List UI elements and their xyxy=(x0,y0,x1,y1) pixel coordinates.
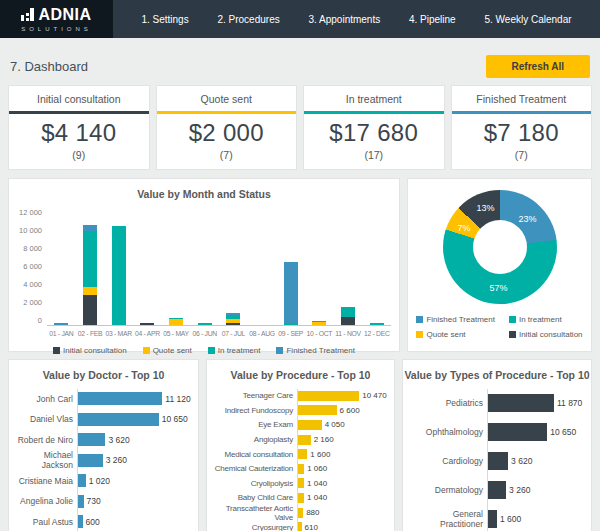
bar-column xyxy=(104,208,133,325)
row-value-label: 6 600 xyxy=(337,406,360,415)
kpi-accent-bar xyxy=(157,111,297,114)
row-track: 600 xyxy=(77,512,192,531)
row-label: Baby Child Care xyxy=(213,493,297,502)
row-value-label: 1 600 xyxy=(497,514,521,524)
legend-swatch xyxy=(143,347,150,354)
doctor-chart-title: Value by Doctor - Top 10 xyxy=(9,360,198,381)
bar-segment xyxy=(112,226,126,324)
refresh-all-button[interactable]: Refresh All xyxy=(486,55,590,78)
row-label: Michael Jackson xyxy=(15,450,77,470)
chart-row: Michael Jackson3 260 xyxy=(15,450,192,471)
donut-legend: Finished TreatmentIn treatmentQuote sent… xyxy=(408,315,591,339)
bar-column xyxy=(47,208,76,325)
donut-percent-label: 13% xyxy=(477,203,495,213)
x-axis-label: 02 - FEB xyxy=(76,326,105,337)
nav-item-appointments[interactable]: 3. Appointments xyxy=(308,14,380,25)
x-axis-label: 09 - SEP xyxy=(276,326,305,337)
top-navbar: ADNIA SOLUTIONS 1. Settings 2. Procedure… xyxy=(0,0,600,38)
chart-row: Ophthalmology10 650 xyxy=(409,418,585,447)
row-value-label: 880 xyxy=(303,508,319,517)
nav-item-settings[interactable]: 1. Settings xyxy=(141,14,188,25)
row-bar xyxy=(78,474,86,487)
row-track: 3 260 xyxy=(77,450,192,471)
legend-item: Initial consultation xyxy=(509,330,583,339)
row-bar xyxy=(488,481,506,499)
donut-percent-label: 23% xyxy=(519,214,537,224)
monthly-y-axis: 12 00010 0008 0006 0004 0002 0000 xyxy=(17,208,47,326)
kpi-row: Initial consultation $4 140 (9) Quote se… xyxy=(0,85,600,170)
bar-column xyxy=(219,208,248,325)
value-by-procedure-panel: Value by Procedure - Top 10 Teenager Car… xyxy=(206,359,395,531)
bar-column xyxy=(334,208,363,325)
kpi-card-finished-treatment: Finished Treatment $7 180 (7) xyxy=(451,85,593,170)
row-track: 4 050 xyxy=(297,418,388,433)
row-label: Eye Exam xyxy=(213,420,297,429)
kpi-count: (7) xyxy=(157,149,297,161)
row-value-label: 1 600 xyxy=(307,450,330,459)
kpi-count: (7) xyxy=(452,149,592,161)
chart-row: Robert de Niro3 620 xyxy=(15,430,192,451)
bar-segment xyxy=(198,323,212,325)
chart-row: General Practitioner1 600 xyxy=(409,505,585,531)
row-value-label: 2 160 xyxy=(311,435,334,444)
nav-item-weekly-calendar[interactable]: 5. Weekly Calendar xyxy=(484,14,571,25)
nav-item-pipeline[interactable]: 4. Pipeline xyxy=(409,14,456,25)
nav-item-procedures[interactable]: 2. Procedures xyxy=(217,14,279,25)
monthly-bars-plot xyxy=(47,208,391,326)
row-value-label: 1 040 xyxy=(304,493,327,502)
y-tick-label: 10 000 xyxy=(17,226,42,235)
nav-menu: 1. Settings 2. Procedures 3. Appointment… xyxy=(113,0,600,38)
legend-swatch xyxy=(416,331,423,338)
row-track: 3 260 xyxy=(487,476,585,505)
row-value-label: 610 xyxy=(302,523,318,531)
x-axis-label: 01 - JAN xyxy=(47,326,76,337)
bar-segment xyxy=(169,319,183,324)
bar-column xyxy=(276,208,305,325)
row-bar xyxy=(488,394,554,412)
chart-row: Angelina Jolie730 xyxy=(15,491,192,512)
row-label: Paul Astus xyxy=(15,517,77,527)
row-bar xyxy=(78,392,162,405)
donut-percent-label: 7% xyxy=(458,223,471,233)
monthly-legend: Initial consultationQuote sentIn treatme… xyxy=(9,346,399,355)
x-axis-label: 03 - MAR xyxy=(104,326,133,337)
chart-row: Transcatheter Aortic Valve880 xyxy=(213,505,388,520)
x-axis-label: 10 - OCT xyxy=(305,326,334,337)
row-label: Teenager Care xyxy=(213,391,297,400)
legend-item: Initial consultation xyxy=(53,346,127,355)
page-title: 7. Dashboard xyxy=(10,59,88,74)
bar-segment xyxy=(312,322,326,325)
row-label: Robert de Niro xyxy=(15,435,77,445)
row-track: 3 620 xyxy=(77,430,192,451)
kpi-card-in-treatment: In treatment $17 680 (17) xyxy=(303,85,445,170)
bottom-charts-row: Value by Doctor - Top 10 Jonh Carl11 120… xyxy=(0,352,600,531)
row-bar xyxy=(78,413,159,426)
bar-segment xyxy=(83,231,97,287)
x-axis-label: 11 - NOV xyxy=(334,326,363,337)
value-by-doctor-panel: Value by Doctor - Top 10 Jonh Carl11 120… xyxy=(8,359,199,531)
legend-swatch xyxy=(276,347,283,354)
row-value-label: 3 620 xyxy=(508,456,532,466)
legend-item: Finished Treatment xyxy=(416,315,494,324)
types-chart: Pediatrics11 870Ophthalmology10 650Cardi… xyxy=(403,381,591,531)
row-label: Angelina Jolie xyxy=(15,496,77,506)
row-bar xyxy=(488,510,497,528)
row-value-label: 3 260 xyxy=(103,455,127,465)
row-track: 1 020 xyxy=(77,471,192,492)
row-label: Cryolipolysis xyxy=(213,479,297,488)
row-value-label: 1 040 xyxy=(304,479,327,488)
bar-column xyxy=(76,208,105,325)
y-tick-label: 12 000 xyxy=(17,208,42,217)
row-track: 1 040 xyxy=(297,476,388,491)
row-value-label: 4 050 xyxy=(322,420,345,429)
x-axis-label: 05 - MAY xyxy=(162,326,191,337)
monthly-x-axis: 01 - JAN02 - FEB03 - MAR04 - APR05 - MAY… xyxy=(47,326,391,337)
row-track: 2 160 xyxy=(297,432,388,447)
bar-segment xyxy=(54,323,68,325)
chart-row: Teenager Care10 470 xyxy=(213,389,388,404)
doctor-chart: Jonh Carl11 120Daniel Vlas10 650Robert d… xyxy=(9,381,198,531)
row-track: 6 600 xyxy=(297,403,388,418)
row-value-label: 1 020 xyxy=(86,476,110,486)
brand-logo: ADNIA SOLUTIONS xyxy=(0,0,113,38)
row-label: Cryosurgery xyxy=(213,523,297,531)
